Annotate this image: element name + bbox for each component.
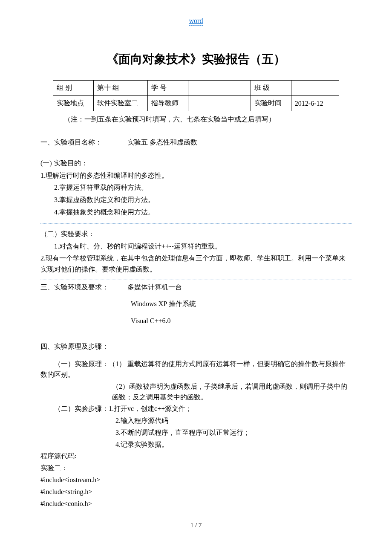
- cell-teacher-label: 指导教师: [148, 96, 188, 111]
- code-line: #include<string.h>: [40, 487, 352, 497]
- section-1-label: 一、实验项目名称：: [40, 137, 126, 148]
- section-4-heading: 四、实验原理及步骤：: [40, 341, 352, 352]
- list-item: 4.掌握抽象类的概念和使用方法。: [54, 207, 352, 218]
- code-line: #include<iostream.h>: [40, 475, 352, 486]
- cell-location-label: 实验地点: [53, 96, 94, 111]
- cell-teacher-value: [188, 96, 251, 111]
- list-item: 2.现有一个学校管理系统，在其中包含的处理信息有三个方面，即教师、学生和职工。利…: [40, 253, 352, 275]
- info-table: 组 别 第十 组 学 号 班 级 实验地点 软件实验室二 指导教师 实验时间 2…: [53, 80, 339, 111]
- table-note: （注：一到五条在实验预习时填写，六、七条在实验当中或之后填写）: [64, 114, 352, 125]
- steps-p5: 3.不断的调试程序，直至程序可以正常运行；: [115, 428, 352, 438]
- code-subtitle: 实验二：: [40, 463, 352, 474]
- list-item: 3.掌握虚函数的定义和使用方法。: [54, 194, 352, 205]
- section-1-value: 实验五 多态性和虚函数: [127, 139, 197, 146]
- steps-p4: 2.输入程序源代码: [115, 416, 352, 426]
- page-number: 1 / 7: [40, 522, 352, 529]
- header-row: word: [40, 17, 352, 26]
- cell-student-id-value: [188, 81, 251, 96]
- cell-group-label: 组 别: [53, 81, 94, 96]
- subsection-b-title: （二）实验要求：: [40, 228, 352, 240]
- dotted-section-environment: 三、实验环境及要求： 多媒体计算机一台 Windows XP 操作系统 Visu…: [40, 282, 352, 332]
- report-title: 《面向对象技术》实验报告（五）: [40, 51, 352, 67]
- steps-p3: （二）实验步骤：1.打开vc，创建c++源文件；: [40, 404, 352, 414]
- cell-location-value: 软件实验室二: [94, 96, 148, 111]
- list-item: 2.掌握运算符重载的两种方法。: [54, 182, 352, 193]
- header-word-link[interactable]: word: [189, 17, 203, 26]
- cell-time-label: 实验时间: [251, 96, 291, 111]
- env-line-3: Visual C++6.0: [131, 315, 352, 327]
- list-item: 1.对含有时、分、秒的时间编程设计++--运算符的重载。: [54, 241, 352, 252]
- table-row: 实验地点 软件实验室二 指导教师 实验时间 2012-6-12: [53, 96, 339, 111]
- steps-p6: 4.记录实验数据。: [115, 439, 352, 450]
- list-item: 1.理解运行时的多态性和编译时的多态性。: [40, 170, 352, 181]
- cell-time-value: 2012-6-12: [291, 96, 339, 111]
- code-title: 程序源代码:: [40, 451, 352, 462]
- dotted-section-requirements: （二）实验要求： 1.对含有时、分、秒的时间编程设计++--运算符的重载。 2.…: [40, 223, 352, 280]
- principle-p2: （2）函数被声明为虚函数后，子类继承后，若调用此虚函数，则调用子类中的函数；反之…: [40, 382, 352, 403]
- section-1-heading: 一、实验项目名称： 实验五 多态性和虚函数: [40, 137, 352, 148]
- cell-student-id-label: 学 号: [148, 81, 188, 96]
- cell-class-value: [291, 81, 339, 96]
- env-line-1: 多媒体计算机一台: [127, 283, 182, 291]
- principle-p1: （一）实验原理：（1） 重载运算符的使用方式同原有运算符一样，但要明确它的操作数…: [40, 359, 352, 380]
- cell-class-label: 班 级: [251, 81, 291, 96]
- table-row: 组 别 第十 组 学 号 班 级: [53, 81, 339, 96]
- code-line: #include<conio.h>: [40, 499, 352, 509]
- env-line-2: Windows XP 操作系统: [131, 298, 352, 309]
- cell-group-value: 第十 组: [94, 81, 148, 96]
- page-root: word 《面向对象技术》实验报告（五） 组 别 第十 组 学 号 班 级 实验…: [0, 0, 392, 542]
- section-3-label: 三、实验环境及要求：: [40, 282, 126, 293]
- section-3-heading: 三、实验环境及要求： 多媒体计算机一台: [40, 282, 352, 293]
- section-4: 四、实验原理及步骤： （一）实验原理：（1） 重载运算符的使用方式同原有运算符一…: [40, 341, 352, 509]
- subsection-a-title: (一) 实验目的：: [40, 158, 352, 169]
